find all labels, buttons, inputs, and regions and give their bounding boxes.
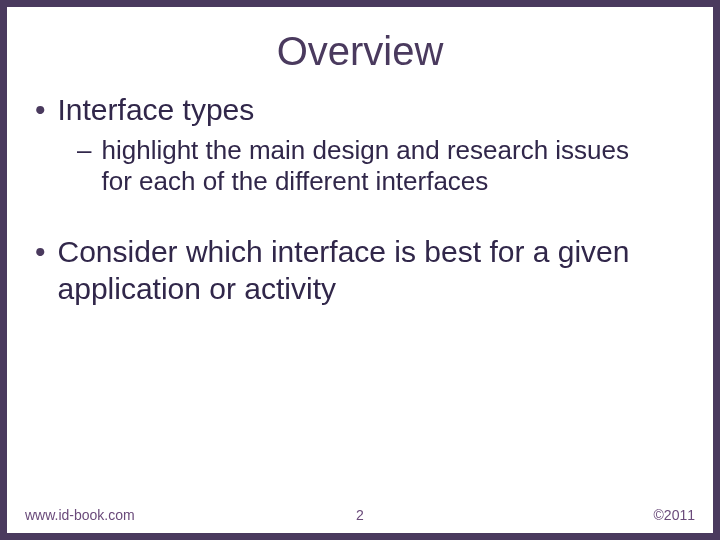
bullet-item: • Interface types: [35, 92, 685, 129]
bullet-text: Consider which interface is best for a g…: [58, 234, 685, 307]
slide-title: Overview: [7, 7, 713, 92]
bullet-item: • Consider which interface is best for a…: [35, 234, 685, 307]
slide: Overview • Interface types – highlight t…: [0, 0, 720, 540]
sub-bullet-item: – highlight the main design and research…: [77, 135, 665, 198]
page-number: 2: [7, 507, 713, 523]
bullet-icon: •: [35, 234, 46, 271]
sub-bullet-text: highlight the main design and research i…: [101, 135, 665, 198]
bullet-icon: •: [35, 92, 46, 129]
slide-content: • Interface types – highlight the main d…: [7, 92, 713, 307]
dash-icon: –: [77, 135, 91, 167]
bullet-text: Interface types: [58, 92, 255, 129]
copyright: ©2011: [654, 507, 695, 523]
